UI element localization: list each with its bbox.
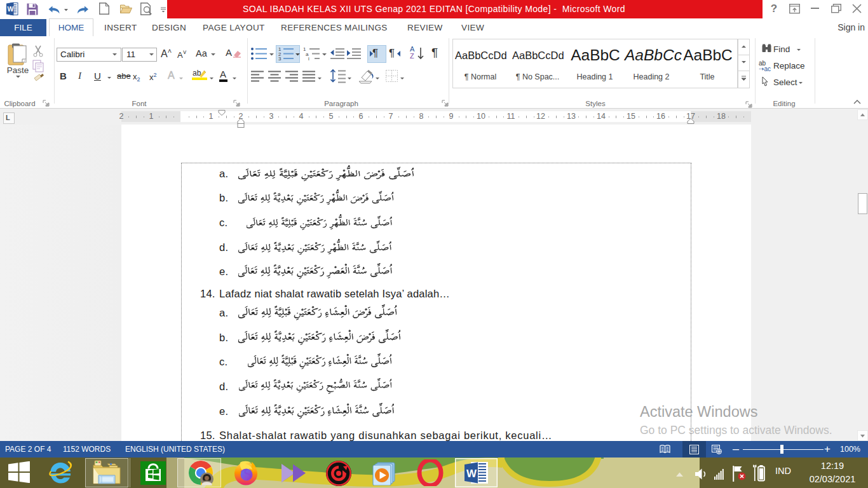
svg-text:i: i bbox=[308, 56, 309, 61]
svg-text:W: W bbox=[8, 5, 14, 13]
svg-text:3: 3 bbox=[278, 56, 281, 61]
svg-text:W: W bbox=[466, 468, 477, 480]
